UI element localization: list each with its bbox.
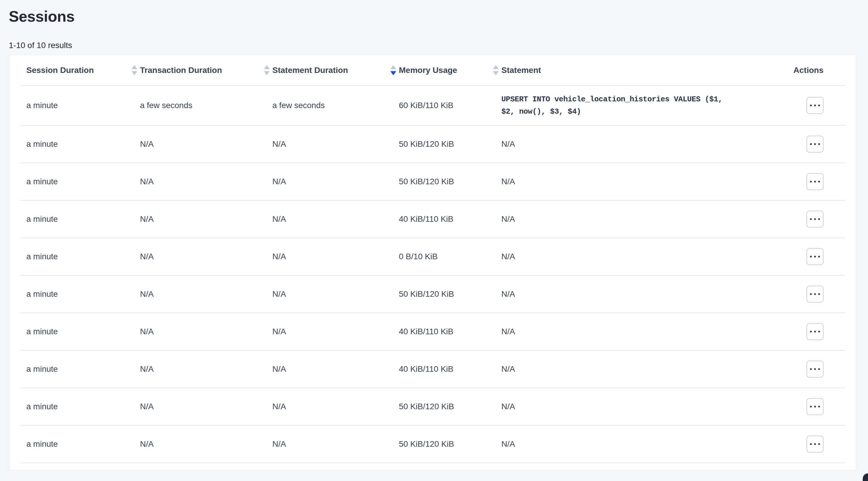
sessions-page: Sessions 1-10 of 10 results Session Dura… <box>0 0 868 470</box>
table-row[interactable]: a minute N/A N/A 50 KiB/120 KiB N/A <box>20 426 845 463</box>
row-actions-button[interactable] <box>806 323 824 340</box>
ellipsis-icon <box>810 443 812 445</box>
ellipsis-icon <box>818 368 820 370</box>
cell-statement: N/A <box>495 364 757 374</box>
ellipsis-icon <box>818 104 820 106</box>
ellipsis-icon <box>810 368 812 370</box>
cell-actions <box>757 136 845 153</box>
column-header-label: Statement <box>501 66 541 75</box>
cell-statement: N/A <box>495 176 757 187</box>
ellipsis-icon <box>818 443 820 445</box>
ellipsis-icon <box>814 331 816 332</box>
table-row[interactable]: a minute N/A N/A 40 KiB/110 KiB N/A <box>20 313 845 351</box>
table-row[interactable]: a minute N/A N/A 50 KiB/120 KiB N/A <box>20 163 845 201</box>
row-actions-button[interactable] <box>806 435 824 453</box>
table-row[interactable]: a minute N/A N/A 40 KiB/110 KiB N/A <box>20 351 845 388</box>
row-actions-button[interactable] <box>806 211 824 228</box>
page-title: Sessions <box>9 8 868 25</box>
cell-statement: UPSERT INTO vehicle_location_histories V… <box>495 93 757 118</box>
cell-memory-usage: 50 KiB/120 KiB <box>393 439 495 449</box>
row-actions-button[interactable] <box>806 248 824 265</box>
cell-session-duration: a minute <box>20 326 134 337</box>
cell-statement-duration: N/A <box>266 439 393 449</box>
cell-transaction-duration: a few seconds <box>134 100 266 111</box>
row-actions-button[interactable] <box>806 361 824 378</box>
column-header-transaction_duration[interactable]: Transaction Duration <box>134 65 266 75</box>
cell-statement: N/A <box>495 139 757 149</box>
ellipsis-icon <box>818 331 820 332</box>
cell-session-duration: a minute <box>20 176 134 187</box>
ellipsis-icon <box>810 181 812 182</box>
cell-memory-usage: 40 KiB/110 KiB <box>393 364 495 374</box>
column-header-statement_duration[interactable]: Statement Duration <box>266 65 393 75</box>
cell-transaction-duration: N/A <box>134 439 266 449</box>
cell-statement: N/A <box>495 214 757 224</box>
column-header-label: Session Duration <box>26 66 94 75</box>
cell-session-duration: a minute <box>20 401 134 412</box>
cell-transaction-duration: N/A <box>134 401 266 412</box>
cell-memory-usage: 50 KiB/120 KiB <box>393 139 495 149</box>
cell-transaction-duration: N/A <box>134 139 266 149</box>
cell-memory-usage: 50 KiB/120 KiB <box>393 176 495 187</box>
sessions-table-card: Session Duration Transaction Duration St… <box>10 55 856 470</box>
cell-transaction-duration: N/A <box>134 176 266 187</box>
table-row[interactable]: a minute N/A N/A 0 B/10 KiB N/A <box>20 238 845 276</box>
ellipsis-icon <box>814 256 816 258</box>
cell-session-duration: a minute <box>20 100 134 111</box>
table-row[interactable]: a minute N/A N/A 50 KiB/120 KiB N/A <box>20 388 845 426</box>
cell-actions <box>757 97 845 114</box>
cell-statement: N/A <box>495 251 757 262</box>
row-actions-button[interactable] <box>806 173 824 190</box>
column-header-statement: Statement <box>495 66 757 75</box>
cell-transaction-duration: N/A <box>134 214 266 224</box>
ellipsis-icon <box>814 181 816 182</box>
row-actions-button[interactable] <box>806 97 824 114</box>
table-row[interactable]: a minute a few seconds a few seconds 60 … <box>20 86 845 126</box>
row-actions-button[interactable] <box>806 136 824 153</box>
cell-session-duration: a minute <box>20 214 134 224</box>
cell-session-duration: a minute <box>20 289 134 299</box>
cell-actions <box>757 435 845 453</box>
cell-statement: N/A <box>495 401 757 412</box>
ellipsis-icon <box>814 406 816 408</box>
ellipsis-icon <box>818 293 820 295</box>
ellipsis-icon <box>818 218 820 220</box>
row-actions-button[interactable] <box>806 398 824 415</box>
cell-statement-duration: a few seconds <box>266 100 393 111</box>
cell-actions <box>757 211 845 228</box>
cell-statement: N/A <box>495 439 757 449</box>
ellipsis-icon <box>810 256 812 258</box>
row-actions-button[interactable] <box>806 285 824 303</box>
table-body: a minute a few seconds a few seconds 60 … <box>10 86 856 463</box>
cell-transaction-duration: N/A <box>134 326 266 337</box>
column-header-label: Transaction Duration <box>140 66 222 75</box>
ellipsis-icon <box>810 218 812 220</box>
cell-session-duration: a minute <box>20 439 134 449</box>
ellipsis-icon <box>810 331 812 332</box>
ellipsis-icon <box>810 406 812 408</box>
cell-session-duration: a minute <box>20 364 134 374</box>
ellipsis-icon <box>814 104 816 106</box>
cell-session-duration: a minute <box>20 139 134 149</box>
cell-statement-duration: N/A <box>266 364 393 374</box>
cell-statement-duration: N/A <box>266 401 393 412</box>
cell-statement-duration: N/A <box>266 326 393 337</box>
ellipsis-icon <box>810 293 812 295</box>
table-row[interactable]: a minute N/A N/A 50 KiB/120 KiB N/A <box>20 126 845 163</box>
column-header-label: Statement Duration <box>272 66 348 75</box>
cell-memory-usage: 50 KiB/120 KiB <box>393 289 495 299</box>
cell-statement-duration: N/A <box>266 176 393 187</box>
cell-transaction-duration: N/A <box>134 364 266 374</box>
column-header-memory_usage[interactable]: Memory Usage <box>393 65 495 75</box>
column-header-actions: Actions <box>757 66 845 75</box>
table-row[interactable]: a minute N/A N/A 50 KiB/120 KiB N/A <box>20 276 845 313</box>
table-row[interactable]: a minute N/A N/A 40 KiB/110 KiB N/A <box>20 201 845 238</box>
cell-statement-duration: N/A <box>266 251 393 262</box>
corner-notch <box>863 473 868 481</box>
cell-actions <box>757 173 845 190</box>
column-header-session_duration[interactable]: Session Duration <box>20 65 134 75</box>
ellipsis-icon <box>818 143 820 145</box>
ellipsis-icon <box>814 368 816 370</box>
results-summary: 1-10 of 10 results <box>9 40 868 50</box>
ellipsis-icon <box>818 181 820 182</box>
